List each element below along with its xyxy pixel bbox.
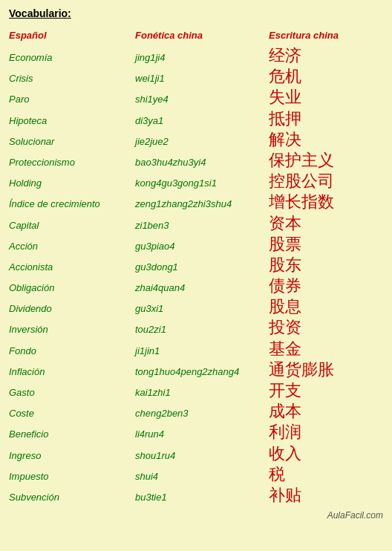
table-row: Fondoji1jin1基金 <box>9 340 383 358</box>
cell-español: Capital <box>9 220 135 231</box>
cell-fonetica: gu3dong1 <box>135 261 269 273</box>
cell-fonetica: wei1ji1 <box>135 73 269 84</box>
cell-escritura: 危机 <box>269 68 383 85</box>
cell-fonetica: cheng2ben3 <box>135 408 269 419</box>
cell-fonetica: di3ya1 <box>135 115 269 126</box>
cell-fonetica: gu3piao4 <box>135 241 269 252</box>
cell-fonetica: gu3xi1 <box>135 303 269 314</box>
cell-fonetica: zhai4quan4 <box>135 282 269 293</box>
cell-fonetica: ji1jin1 <box>135 345 269 356</box>
cell-español: Dividendo <box>9 303 135 314</box>
cell-escritura: 开支 <box>269 382 383 400</box>
cell-español: Holding <box>9 177 135 189</box>
cell-escritura: 投资 <box>269 319 383 336</box>
table-row: Holdingkong4gu3gong1si1控股公司 <box>9 172 383 190</box>
cell-español: Inversión <box>9 324 135 335</box>
cell-escritura: 成本 <box>269 402 383 420</box>
table-row: Crisiswei1ji1危机 <box>9 68 383 85</box>
cell-escritura: 增长指数 <box>269 193 383 211</box>
table-row: Accionistagu3dong1股东 <box>9 256 383 274</box>
vocab-table: Economíajing1ji4经济Crisiswei1ji1危机Paroshi… <box>9 47 383 504</box>
cell-escritura: 股票 <box>269 235 383 253</box>
cell-fonetica: jing1ji4 <box>135 52 269 63</box>
cell-escritura: 资本 <box>269 215 383 232</box>
cell-español: Gasto <box>9 387 135 398</box>
cell-escritura: 基金 <box>269 340 383 358</box>
header-español: Español <box>9 30 135 41</box>
cell-español: Obligación <box>9 282 135 293</box>
cell-escritura: 收入 <box>269 445 383 463</box>
cell-fonetica: bu3tie1 <box>135 492 269 503</box>
table-row: Proteccionismobao3hu4zhu3yi4保护主义 <box>9 151 383 169</box>
table-row: Hipotecadi3ya1抵押 <box>9 110 383 128</box>
cell-fonetica: shi1ye4 <box>135 94 269 105</box>
cell-español: Crisis <box>9 73 135 84</box>
table-row: Paroshi1ye4失业 <box>9 88 383 106</box>
cell-español: Proteccionismo <box>9 157 135 168</box>
cell-español: Solucionar <box>9 136 135 147</box>
table-row: Inversióntou2zi1投资 <box>9 319 383 336</box>
cell-español: Inflación <box>9 366 135 377</box>
cell-escritura: 控股公司 <box>269 172 383 190</box>
cell-español: Paro <box>9 94 135 105</box>
cell-fonetica: zeng1zhang2zhi3shu4 <box>135 198 269 209</box>
cell-fonetica: li4run4 <box>135 428 269 440</box>
footer-text: AulaFacil.com <box>327 510 383 521</box>
cell-escritura: 债券 <box>269 277 383 295</box>
cell-escritura: 抵押 <box>269 110 383 128</box>
page-title: Vocabulario: <box>9 7 383 19</box>
cell-fonetica: jie2jue2 <box>135 136 269 147</box>
table-row: Solucionarjie2jue2解决 <box>9 131 383 149</box>
cell-fonetica: tong1huo4peng2zhang4 <box>135 366 269 377</box>
table-row: Gastokai1zhi1开支 <box>9 382 383 400</box>
header-escritura: Escritura china <box>269 30 383 41</box>
cell-escritura: 解决 <box>269 131 383 149</box>
table-row: Accióngu3piao4股票 <box>9 235 383 253</box>
cell-español: Ingreso <box>9 450 135 461</box>
cell-fonetica: tou2zi1 <box>135 324 269 335</box>
footer: AulaFacil.com <box>9 510 383 521</box>
cell-español: Accionista <box>9 261 135 273</box>
cell-escritura: 经济 <box>269 47 383 65</box>
cell-español: Coste <box>9 408 135 419</box>
table-row: Dividendogu3xi1股息 <box>9 298 383 316</box>
cell-español: Índice de crecimiento <box>9 198 135 209</box>
cell-fonetica: bao3hu4zhu3yi4 <box>135 157 269 168</box>
cell-español: Economía <box>9 52 135 63</box>
table-row: Ingresoshou1ru4收入 <box>9 445 383 463</box>
cell-escritura: 股东 <box>269 256 383 274</box>
table-row: Impuestoshui4税 <box>9 466 383 483</box>
header-fonetica: Fonética china <box>135 30 269 41</box>
cell-fonetica: zi1ben3 <box>135 220 269 231</box>
cell-escritura: 补贴 <box>269 486 383 504</box>
cell-fonetica: shou1ru4 <box>135 450 269 461</box>
table-row: Subvenciónbu3tie1补贴 <box>9 486 383 504</box>
cell-español: Hipoteca <box>9 115 135 126</box>
cell-español: Subvención <box>9 492 135 503</box>
table-row: Costecheng2ben3成本 <box>9 402 383 420</box>
cell-español: Impuesto <box>9 471 135 482</box>
cell-español: Acción <box>9 241 135 252</box>
cell-fonetica: kong4gu3gong1si1 <box>135 177 269 189</box>
cell-escritura: 利润 <box>269 423 383 441</box>
cell-escritura: 通货膨胀 <box>269 361 383 379</box>
cell-escritura: 税 <box>269 466 383 483</box>
cell-escritura: 保护主义 <box>269 151 383 169</box>
table-row: Capitalzi1ben3资本 <box>9 215 383 232</box>
cell-español: Beneficio <box>9 428 135 440</box>
cell-fonetica: kai1zhi1 <box>135 387 269 398</box>
cell-fonetica: shui4 <box>135 471 269 482</box>
table-row: Índice de crecimientozeng1zhang2zhi3shu4… <box>9 193 383 211</box>
table-row: Beneficioli4run4利润 <box>9 423 383 441</box>
cell-escritura: 失业 <box>269 88 383 106</box>
table-row: Obligaciónzhai4quan4债券 <box>9 277 383 295</box>
cell-escritura: 股息 <box>269 298 383 316</box>
table-header: Español Fonética china Escritura china <box>9 30 383 41</box>
cell-español: Fondo <box>9 345 135 356</box>
table-row: Economíajing1ji4经济 <box>9 47 383 65</box>
table-row: Inflacióntong1huo4peng2zhang4通货膨胀 <box>9 361 383 379</box>
